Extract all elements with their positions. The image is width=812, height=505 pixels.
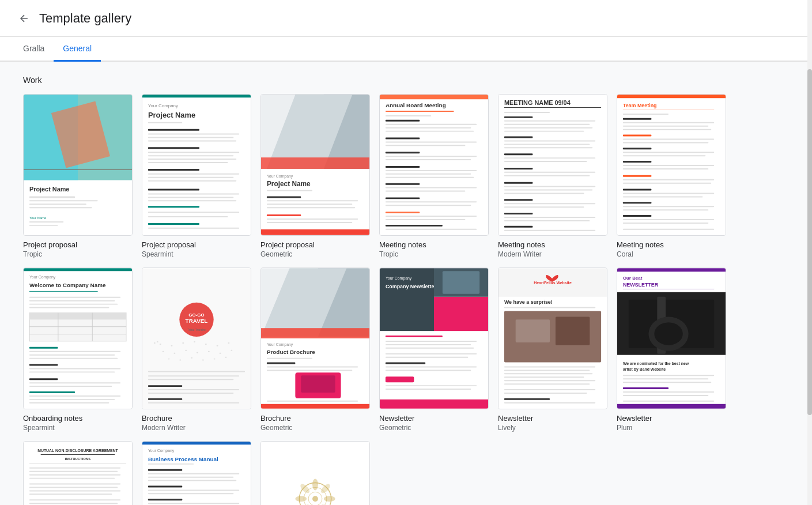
svg-rect-23	[148, 152, 239, 153]
svg-text:Our Beat: Our Beat	[623, 276, 643, 281]
template-thumb-on-spearmint: Your Company Welcome to Company Name	[23, 267, 133, 409]
svg-rect-76	[386, 187, 477, 189]
template-thumb-pp-geometric: Your Company Project Name	[260, 94, 370, 236]
template-card-pp-geometric[interactable]: Your Company Project Name Project propos…	[260, 94, 370, 258]
template-sub-mn-coral: Coral	[617, 250, 726, 258]
template-card-pp-tropic[interactable]: Project Name Your Name Project proposal …	[23, 94, 133, 258]
template-card-br-mw[interactable]: GO-GO TRAVEL Tribal Tranche	[142, 267, 251, 432]
template-sub-br-mw: Modern Writer	[142, 424, 251, 432]
svg-rect-263	[504, 380, 595, 381]
svg-rect-162	[29, 326, 126, 327]
svg-text:Your Company: Your Company	[29, 275, 56, 280]
svg-rect-239	[386, 344, 471, 345]
svg-rect-122	[623, 118, 651, 120]
svg-rect-152	[29, 291, 98, 292]
svg-rect-47	[267, 190, 312, 191]
svg-rect-135	[623, 175, 651, 177]
back-button[interactable]	[14, 8, 35, 29]
svg-rect-65	[386, 138, 420, 140]
svg-rect-120	[623, 110, 714, 110]
svg-rect-164	[29, 347, 58, 349]
svg-rect-287	[623, 401, 714, 402]
template-card-mn-tropic[interactable]: Annual Board Meeting	[379, 94, 489, 258]
svg-rect-128	[623, 142, 708, 143]
svg-rect-130	[623, 152, 714, 153]
svg-rect-131	[623, 155, 705, 156]
svg-rect-75	[386, 183, 420, 185]
svg-rect-165	[29, 351, 120, 352]
template-card-nl-lively[interactable]: HeartFellas Website We have a surprise!	[498, 267, 607, 432]
svg-rect-257	[516, 319, 550, 342]
svg-rect-94	[504, 131, 584, 132]
svg-rect-281	[623, 375, 714, 376]
svg-rect-211	[148, 393, 233, 394]
svg-rect-63	[386, 127, 471, 129]
template-card-on-spearmint[interactable]: Your Company Welcome to Company Name	[23, 267, 133, 432]
svg-rect-176	[29, 399, 115, 400]
scrollbar-thumb[interactable]	[807, 69, 812, 415]
svg-rect-79	[386, 201, 477, 202]
template-sub-pp-tropic: Tropic	[23, 250, 133, 258]
svg-rect-324	[148, 463, 194, 465]
svg-rect-195	[185, 350, 187, 351]
svg-rect-203	[202, 360, 204, 361]
svg-rect-264	[504, 383, 590, 385]
svg-rect-36	[148, 212, 239, 213]
template-card-nl-plum[interactable]: Our Beat NEWSLETTER We are nominated for…	[617, 267, 726, 432]
svg-rect-6	[29, 196, 75, 198]
template-card-mn-coral[interactable]: Team Meeting	[617, 94, 726, 258]
template-card-bpm[interactable]: Your Company Business Process Manual	[142, 441, 251, 505]
template-name-on-spearmint: Onboarding notes	[23, 414, 133, 423]
svg-text:Annual Board Meeting: Annual Board Meeting	[386, 102, 446, 108]
svg-rect-202	[191, 357, 192, 359]
section-title-work: Work	[23, 76, 772, 85]
svg-rect-88	[504, 107, 601, 108]
template-card-nl-geo[interactable]: Your Company Company Newsletter	[379, 267, 489, 432]
svg-rect-28	[148, 174, 239, 175]
svg-rect-303	[29, 503, 118, 504]
template-card-consulting[interactable]: Consulting Agreement Template Consulting…	[260, 441, 370, 505]
svg-text:GO-GO: GO-GO	[188, 312, 204, 318]
svg-rect-155	[29, 304, 118, 305]
svg-rect-186	[160, 344, 161, 345]
template-thumb-nl-geo: Your Company Company Newsletter	[379, 267, 489, 409]
template-card-nda[interactable]: MUTUAL NON-DISCLOSURE AGREEMENT INSTRUCT…	[23, 441, 133, 505]
svg-rect-104	[504, 175, 590, 176]
svg-rect-77	[386, 191, 466, 192]
svg-rect-29	[148, 177, 233, 178]
scrollbar[interactable]	[807, 0, 812, 505]
svg-rect-101	[504, 161, 587, 162]
svg-rect-285	[623, 391, 714, 393]
svg-rect-100	[504, 157, 595, 159]
svg-rect-3	[24, 169, 132, 170]
tab-general[interactable]: General	[54, 37, 101, 62]
svg-rect-111	[504, 206, 584, 208]
template-card-br-geo[interactable]: Your Company Product Brochure Brochure G…	[260, 267, 370, 432]
svg-rect-351	[261, 442, 369, 505]
template-card-mn-modern[interactable]: MEETING NAME 09/04	[498, 94, 607, 258]
svg-text:We have a surprise!: We have a surprise!	[504, 299, 553, 305]
svg-rect-113	[504, 217, 595, 218]
svg-rect-97	[504, 144, 590, 145]
svg-text:Project Name: Project Name	[148, 111, 195, 119]
svg-rect-91	[504, 120, 595, 122]
svg-rect-175	[29, 395, 120, 397]
svg-rect-19	[148, 134, 239, 135]
svg-rect-238	[386, 341, 477, 342]
template-name-br-mw: Brochure	[142, 414, 251, 423]
tab-gralla[interactable]: Gralla	[14, 37, 54, 62]
svg-rect-190	[205, 344, 207, 345]
template-card-pp-spearmint[interactable]: Your Company Project Name	[142, 94, 251, 258]
svg-text:NEWSLETTER: NEWSLETTER	[623, 282, 659, 288]
svg-rect-209	[148, 385, 182, 387]
svg-text:TRAVEL: TRAVEL	[186, 318, 208, 324]
template-name-mn-tropic: Meeting notes	[379, 240, 489, 249]
svg-rect-26	[148, 162, 228, 163]
svg-rect-140	[623, 196, 703, 197]
svg-rect-189	[194, 341, 195, 342]
template-thumb-consulting: Consulting Agreement Template	[260, 441, 370, 505]
svg-rect-187	[171, 345, 172, 346]
svg-rect-49	[267, 200, 358, 201]
svg-rect-299	[29, 487, 118, 488]
svg-rect-291	[41, 454, 115, 455]
